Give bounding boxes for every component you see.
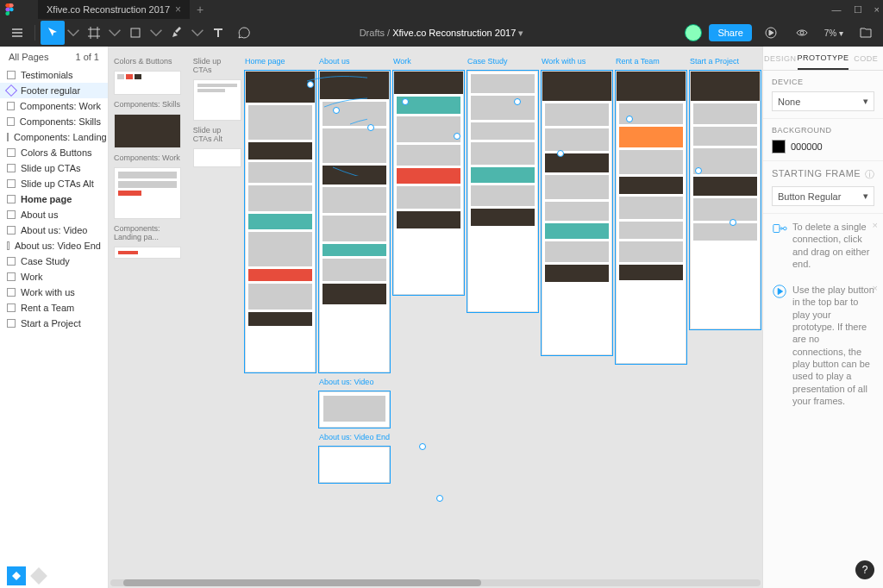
frame-title[interactable]: About us: Video End bbox=[319, 431, 390, 443]
menu-button[interactable] bbox=[5, 21, 29, 45]
window-maximize-icon[interactable]: ☐ bbox=[854, 4, 862, 16]
prototype-hotspot[interactable] bbox=[454, 133, 460, 140]
frame[interactable] bbox=[319, 391, 390, 428]
prototype-hotspot[interactable] bbox=[419, 443, 426, 450]
frame[interactable] bbox=[114, 247, 181, 259]
layer-item[interactable]: Components: Work bbox=[0, 98, 108, 114]
chevron-down-icon[interactable] bbox=[191, 26, 204, 40]
prototype-hotspot[interactable] bbox=[514, 98, 521, 105]
shape-tool[interactable] bbox=[123, 21, 147, 45]
pages-header[interactable]: All Pages bbox=[9, 52, 48, 62]
assets-icon[interactable] bbox=[30, 567, 47, 585]
frame-title[interactable]: About us bbox=[319, 55, 390, 67]
prototype-hotspot[interactable] bbox=[402, 98, 409, 105]
frame[interactable] bbox=[467, 71, 538, 312]
comment-tool[interactable] bbox=[232, 21, 256, 45]
chevron-down-icon[interactable] bbox=[66, 26, 80, 40]
layer-item[interactable]: About us bbox=[0, 207, 108, 222]
device-select[interactable]: None▾ bbox=[772, 91, 874, 111]
frame[interactable] bbox=[114, 71, 181, 95]
frame[interactable] bbox=[319, 447, 390, 483]
starting-frame-select[interactable]: Button Regular▾ bbox=[772, 186, 874, 206]
layer-item[interactable]: Rent a Team bbox=[0, 300, 108, 316]
close-hint-icon[interactable]: × bbox=[873, 219, 878, 231]
avatar[interactable] bbox=[685, 24, 702, 41]
frame-title[interactable]: Slide up CTAs bbox=[193, 55, 241, 76]
chevron-down-icon[interactable] bbox=[149, 26, 163, 40]
frame-title[interactable]: Slide up CTAs Alt bbox=[193, 124, 241, 145]
prototype-hotspot[interactable] bbox=[557, 150, 564, 157]
prototype-hotspot[interactable] bbox=[307, 81, 314, 88]
layer-item[interactable]: Colors & Buttons bbox=[0, 145, 108, 160]
tab-prototype[interactable]: PROTOTYPE bbox=[798, 47, 849, 70]
frame[interactable] bbox=[114, 167, 181, 219]
background-value[interactable]: 000000 bbox=[791, 141, 823, 152]
layer-item[interactable]: Testimonials bbox=[0, 67, 108, 83]
text-tool[interactable] bbox=[206, 21, 230, 45]
background-swatch[interactable] bbox=[772, 140, 786, 153]
layer-item[interactable]: Footer regular bbox=[0, 83, 108, 98]
file-tab[interactable]: Xfive.co Reconstruction 2017 × bbox=[38, 0, 190, 19]
window-close-icon[interactable]: × bbox=[874, 4, 880, 16]
frame-title[interactable]: Colors & Buttons bbox=[114, 55, 190, 67]
layer-item[interactable]: Slide up CTAs bbox=[0, 160, 108, 176]
layer-item[interactable]: Components: Skills bbox=[0, 114, 108, 129]
frame[interactable] bbox=[245, 71, 316, 372]
frame[interactable] bbox=[193, 148, 241, 167]
tab-design[interactable]: DESIGN bbox=[763, 47, 798, 70]
info-icon[interactable]: ⓘ bbox=[865, 168, 875, 181]
frame-title[interactable]: Components: Skills bbox=[114, 98, 190, 110]
prototype-hotspot[interactable] bbox=[695, 167, 702, 174]
help-button[interactable]: ? bbox=[855, 560, 874, 579]
frame-title[interactable]: Work with us bbox=[542, 55, 612, 67]
library-icon[interactable] bbox=[854, 21, 878, 45]
frame[interactable] bbox=[193, 79, 241, 121]
frame-tool[interactable] bbox=[82, 21, 106, 45]
layer-item[interactable]: Work with us bbox=[0, 285, 108, 300]
frame[interactable] bbox=[114, 114, 181, 148]
canvas[interactable]: Colors & ButtonsComponents: SkillsCompon… bbox=[109, 47, 762, 588]
zoom-menu[interactable]: 7% ▾ bbox=[821, 21, 847, 45]
frame-title[interactable]: Work bbox=[393, 55, 464, 67]
prototype-hotspot[interactable] bbox=[333, 107, 340, 114]
window-minimize-icon[interactable]: — bbox=[832, 4, 842, 16]
frame-title[interactable]: Start a Project bbox=[690, 55, 761, 67]
frame[interactable] bbox=[319, 71, 390, 372]
frame[interactable] bbox=[542, 71, 612, 355]
layer-item[interactable]: Home page bbox=[0, 191, 108, 207]
layer-label: Footer regular bbox=[21, 85, 80, 96]
breadcrumb[interactable]: Drafts / Xfive.co Reconstruction 2017 ▾ bbox=[360, 28, 524, 39]
prototype-hotspot[interactable] bbox=[626, 116, 633, 122]
frame-title[interactable]: Home page bbox=[245, 55, 316, 67]
layer-item[interactable]: Slide up CTAs Alt bbox=[0, 176, 108, 191]
close-tab-icon[interactable]: × bbox=[175, 3, 181, 16]
layer-item[interactable]: Case Study bbox=[0, 253, 108, 269]
frame-title[interactable]: Components: Work bbox=[114, 152, 190, 164]
frame-title[interactable]: About us: Video bbox=[319, 376, 390, 388]
frame[interactable] bbox=[616, 71, 686, 364]
component-panel-button[interactable] bbox=[7, 566, 26, 585]
share-button[interactable]: Share bbox=[709, 24, 751, 41]
layer-item[interactable]: Start a Project bbox=[0, 316, 108, 331]
new-tab-button[interactable]: + bbox=[190, 3, 210, 16]
frame[interactable] bbox=[690, 71, 761, 329]
close-hint-icon[interactable]: × bbox=[873, 282, 878, 294]
frame-title[interactable]: Rent a Team bbox=[616, 55, 686, 67]
prototype-hotspot[interactable] bbox=[730, 219, 736, 226]
horizontal-scrollbar[interactable] bbox=[110, 579, 761, 586]
layer-item[interactable]: Components: Landing pages bbox=[0, 129, 108, 145]
play-prototype-button[interactable] bbox=[759, 21, 783, 45]
view-settings-icon[interactable] bbox=[790, 21, 814, 45]
frame-title[interactable]: Case Study bbox=[467, 55, 538, 67]
frame-title[interactable]: Components: Landing pa... bbox=[114, 222, 190, 243]
layer-item[interactable]: About us: Video bbox=[0, 222, 108, 238]
tab-code[interactable]: CODE bbox=[849, 47, 883, 70]
layer-item[interactable]: About us: Video End bbox=[0, 238, 108, 253]
prototype-hotspot[interactable] bbox=[367, 124, 374, 131]
pen-tool[interactable] bbox=[165, 21, 189, 45]
chevron-down-icon[interactable] bbox=[108, 26, 122, 40]
layer-item[interactable]: Work bbox=[0, 269, 108, 285]
layer-label: Components: Landing pages bbox=[14, 132, 108, 142]
move-tool[interactable] bbox=[41, 21, 65, 45]
prototype-hotspot[interactable] bbox=[436, 495, 443, 502]
